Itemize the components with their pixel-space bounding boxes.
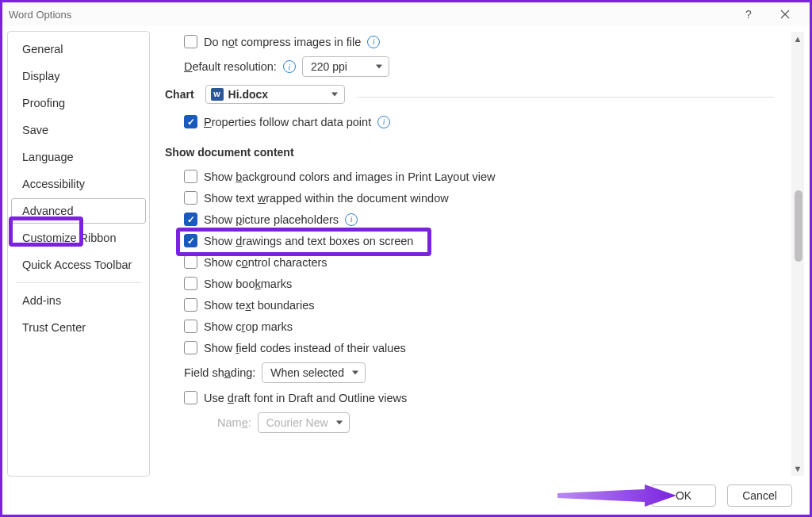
sidebar-item-addins[interactable]: Add-ins	[11, 288, 146, 313]
ok-button[interactable]: OK	[651, 484, 716, 507]
row-draft-name: Name: Courier New	[217, 412, 774, 433]
row-show-ctrl: Show control characters	[184, 255, 774, 269]
label-show-bookmarks: Show bookmarks	[204, 278, 292, 290]
section-rule	[356, 97, 774, 98]
row-field-shading: Field shading: When selected	[184, 362, 774, 383]
sidebar-separator	[16, 282, 141, 283]
row-show-wrap: Show text wrapped within the document wi…	[184, 191, 774, 205]
cancel-button[interactable]: Cancel	[727, 484, 792, 507]
label-show-crop: Show crop marks	[204, 320, 293, 333]
checkbox-use-draft[interactable]	[184, 391, 197, 404]
sidebar-item-language[interactable]: Language	[11, 144, 146, 170]
word-options-dialog: Word Options ? General Display Proofing …	[0, 0, 812, 517]
close-button[interactable]	[767, 2, 803, 26]
sidebar-item-proofing[interactable]: Proofing	[11, 90, 146, 116]
checkbox-show-placeholders[interactable]	[184, 213, 197, 226]
label-show-fieldcodes: Show field codes instead of their values	[204, 342, 406, 354]
titlebar: Word Options ?	[2, 2, 810, 26]
row-compress-images: Do not compress images in file	[184, 35, 774, 48]
checkbox-show-drawings[interactable]	[184, 234, 197, 247]
label-chart-properties: Properties follow chart data point	[204, 116, 371, 128]
dropdown-default-resolution[interactable]: 220 ppi	[302, 56, 389, 77]
sidebar-item-display[interactable]: Display	[11, 63, 146, 89]
row-show-crop: Show crop marks	[184, 320, 774, 333]
label-use-draft: Use draft font in Draft and Outline view…	[204, 392, 407, 404]
row-chart-properties: Properties follow chart data point	[184, 115, 774, 128]
dropdown-draft-name: Courier New	[258, 412, 350, 433]
info-icon[interactable]	[377, 116, 390, 128]
dialog-footer: OK Cancel	[2, 477, 810, 515]
row-show-textbound: Show text boundaries	[184, 298, 774, 312]
checkbox-show-ctrl[interactable]	[184, 255, 197, 269]
row-use-draft: Use draft font in Draft and Outline view…	[184, 391, 774, 404]
scroll-down-arrow-icon[interactable]: ▼	[791, 461, 804, 476]
checkbox-compress-images[interactable]	[184, 35, 197, 48]
sidebar-item-trust-center[interactable]: Trust Center	[11, 315, 146, 340]
section-title-chart: Chart	[165, 88, 194, 101]
row-show-bookmarks: Show bookmarks	[184, 277, 774, 290]
row-show-fieldcodes: Show field codes instead of their values	[184, 341, 774, 354]
content-panel: Do not compress images in file Default r…	[155, 31, 805, 477]
info-icon[interactable]	[367, 36, 380, 48]
section-header-show-content: Show document content	[165, 146, 774, 159]
dialog-title: Word Options	[9, 9, 730, 21]
checkbox-show-crop[interactable]	[184, 320, 197, 333]
label-show-placeholders: Show picture placeholders	[204, 213, 339, 226]
row-show-bg: Show background colors and images in Pri…	[184, 170, 774, 183]
chart-doc-value: Hi.docx	[228, 88, 269, 101]
label-show-bg: Show background colors and images in Pri…	[204, 170, 496, 183]
row-default-resolution: Default resolution: 220 ppi	[184, 56, 774, 77]
label-show-ctrl: Show control characters	[204, 256, 327, 269]
row-show-drawings: Show drawings and text boxes on screen	[184, 234, 774, 247]
label-show-textbound: Show text boundaries	[204, 299, 314, 312]
label-draft-name: Name:	[217, 416, 251, 429]
vertical-scrollbar[interactable]: ▲ ▼	[791, 32, 804, 476]
checkbox-show-bookmarks[interactable]	[184, 277, 197, 290]
checkbox-show-wrap[interactable]	[184, 191, 197, 205]
help-button[interactable]: ?	[730, 2, 767, 26]
row-show-placeholders: Show picture placeholders	[184, 213, 774, 226]
word-doc-icon	[211, 88, 224, 101]
label-field-shading: Field shading:	[184, 366, 255, 379]
checkbox-chart-properties[interactable]	[184, 115, 197, 128]
sidebar: General Display Proofing Save Language A…	[7, 31, 150, 477]
checkbox-show-textbound[interactable]	[184, 298, 197, 312]
sidebar-item-save[interactable]: Save	[11, 117, 146, 143]
label-compress-images: Do not compress images in file	[204, 36, 361, 48]
section-header-chart: Chart Hi.docx	[165, 85, 774, 104]
checkbox-show-bg[interactable]	[184, 170, 197, 183]
label-default-resolution: Default resolution:	[184, 60, 277, 73]
dropdown-chart-document[interactable]: Hi.docx	[205, 85, 345, 104]
sidebar-item-general[interactable]: General	[11, 36, 146, 62]
dropdown-field-shading[interactable]: When selected	[262, 362, 366, 383]
label-show-wrap: Show text wrapped within the document wi…	[204, 192, 449, 205]
sidebar-item-customize-ribbon[interactable]: Customize Ribbon	[11, 225, 146, 251]
info-icon[interactable]	[283, 60, 296, 73]
sidebar-item-quick-access[interactable]: Quick Access Toolbar	[11, 252, 146, 278]
checkbox-show-fieldcodes[interactable]	[184, 341, 197, 354]
sidebar-item-advanced[interactable]: Advanced	[11, 198, 146, 224]
advanced-content: Do not compress images in file Default r…	[155, 32, 791, 476]
scrollbar-thumb[interactable]	[795, 190, 802, 262]
info-icon[interactable]	[345, 213, 358, 226]
sidebar-item-accessibility[interactable]: Accessibility	[11, 171, 146, 197]
close-icon	[780, 10, 790, 19]
scroll-up-arrow-icon[interactable]: ▲	[791, 32, 804, 46]
label-show-drawings: Show drawings and text boxes on screen	[204, 235, 413, 247]
main-area: General Display Proofing Save Language A…	[2, 26, 810, 477]
